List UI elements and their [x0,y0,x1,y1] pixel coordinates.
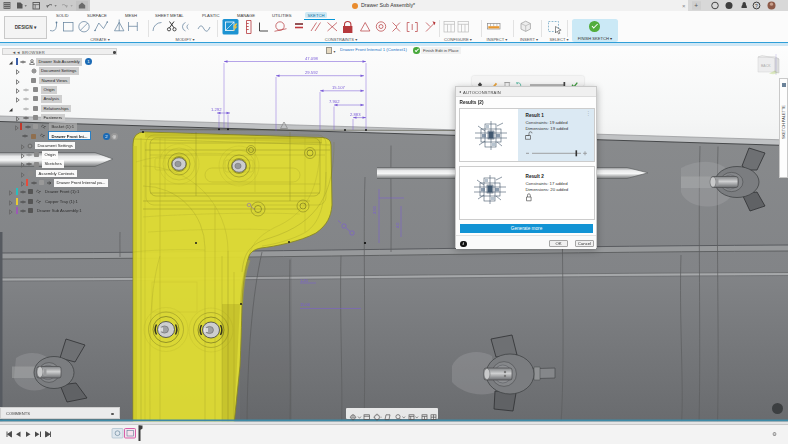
svg-text:4.0: 4.0 [395,222,400,228]
svg-text:×: × [682,3,686,9]
svg-text:47.098: 47.098 [305,56,318,61]
svg-text:1.20: 1.20 [300,278,309,283]
svg-text:?: ? [755,3,758,9]
svg-text:29.592: 29.592 [305,70,318,75]
svg-text:+: + [694,2,698,9]
svg-text:BACK: BACK [761,64,771,68]
svg-text:15.107: 15.107 [332,85,345,90]
svg-text:7.902: 7.902 [329,99,340,104]
svg-text:15.00: 15.00 [300,302,311,307]
svg-text:1.292: 1.292 [211,107,222,112]
svg-text:2.883: 2.883 [350,112,361,117]
svg-text:2.50: 2.50 [372,205,377,214]
